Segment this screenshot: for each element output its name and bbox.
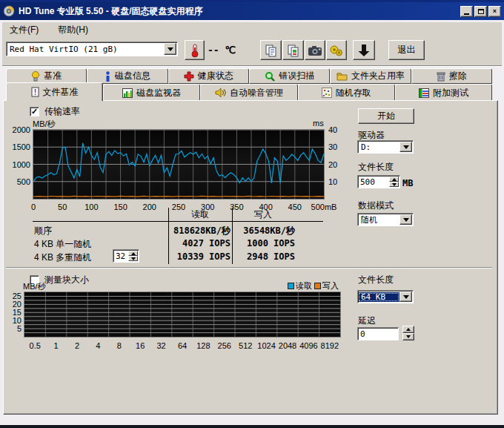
tab-row-1: 基准 磁盘信息 健康状态 错误扫描 文件夹占用率 擦除 [6,68,492,84]
chart2-y-unit: MB/秒 [23,281,46,292]
table-row-label-4k-multi: 4 KB 多重随机 [34,251,91,264]
chevron-down-icon[interactable] [399,292,412,302]
minimize-icon [464,13,469,15]
transfer-rate-checkbox[interactable]: ✓ 传输速率 [30,105,80,118]
maximize-button[interactable] [474,6,487,17]
table-row-label-sequential: 顺序 [34,225,52,237]
tab-disk-info[interactable]: 磁盘信息 [87,68,168,84]
file-length2-label: 文件长度 [358,274,394,286]
queue-depth-value: 32 [113,251,128,261]
exit-button-label: 退出 [398,44,416,56]
toolbar-divider [2,65,502,67]
data-pattern-dropdown[interactable]: 随机 [357,213,414,226]
table-header-underline [33,221,323,222]
checkbox-checked-icon: ✓ [30,107,39,116]
trash-icon [437,71,445,82]
tab-error-scan[interactable]: 错误扫描 [249,68,330,84]
maximize-icon [478,9,484,14]
tab-extra-tests[interactable]: 附加测试 [395,84,492,101]
tab-random-access[interactable]: 随机存取 [298,84,395,101]
4k-multi-write-value: 2948 IOPS [233,251,295,262]
block-file-length-value: 64 KB [358,292,399,302]
magnifier-icon [265,71,275,82]
4k-multi-read-value: 10339 IOPS [169,251,231,262]
spin-down-icon[interactable] [389,182,399,187]
tab-health[interactable]: 健康状态 [168,68,249,84]
file-length-spinner[interactable]: 500 [357,175,400,188]
hdtune-window: HD Tune 专业版 5.50 - 硬盘/固态硬盘实用程序 × 文件(F) 帮… [0,0,504,428]
legend-write: 写入 [314,280,339,292]
chevron-down-icon[interactable] [399,142,412,152]
copy-text-button[interactable] [260,40,282,60]
block-size-chart: 0.51248163264128256512102420484096819251… [24,292,341,338]
transfer-rate-chart: 050100150200250300350400450500mB50010001… [33,129,325,200]
exit-button[interactable]: 退出 [388,40,425,60]
read-legend-swatch [288,283,294,289]
delay-value: 0 [358,329,398,339]
tab-aam[interactable]: 自动噪音管理 [200,84,297,101]
tab-benchmark[interactable]: 基准 [6,68,87,84]
sequential-read-value: 818628KB/秒 [169,225,231,237]
menu-file[interactable]: 文件(F) [7,23,42,37]
close-button[interactable]: × [488,6,501,17]
write-legend-swatch [314,283,321,289]
copy-image-icon [287,44,300,57]
temperature-button[interactable] [185,40,205,60]
minimize-button[interactable] [460,6,473,17]
spin-up-icon[interactable] [402,326,414,333]
chevron-down-icon[interactable] [399,214,412,225]
extra-tests-icon [419,88,429,98]
tab-folder-usage[interactable]: 文件夹占用率 [330,68,411,84]
drive-dropdown[interactable]: D: [357,140,414,154]
table-row-label-4k-single: 4 KB 单一随机 [34,238,91,251]
4k-single-read-value: 4027 IOPS [169,238,231,248]
tab-erase[interactable]: 擦除 [411,68,492,84]
sequential-write-value: 36548KB/秒 [233,225,295,237]
tab-file-benchmark[interactable]: ! 文件基准 [6,82,103,101]
health-cross-icon [184,71,194,82]
chart1-y-unit: MB/秒 [33,119,56,130]
app-icon [3,5,15,17]
info-icon [105,71,111,82]
delay-field[interactable]: 0 [357,327,399,340]
svg-text:!: ! [33,88,36,96]
legend-read: 读取 [288,280,312,292]
spin-down-icon[interactable] [128,256,138,261]
chart1-y2-unit: ms [313,119,324,128]
menu-bar: 文件(F) 帮助(H) [2,22,502,37]
spin-down-icon[interactable] [402,333,414,340]
screenshot-button[interactable] [305,40,325,60]
drive-select[interactable]: Red Hat VirtIO (21 gB) [6,42,178,56]
file-length-label: 文件长度 [358,161,394,174]
file-benchmark-icon: ! [31,87,39,97]
4k-single-write-value: 1000 IOPS [233,238,295,248]
block-size-label: 测量块大小 [44,274,89,286]
file-length-unit: MB [402,178,413,188]
down-arrow-icon [357,43,371,58]
delay-spinner-buttons [402,326,414,340]
delay-label: 延迟 [358,315,376,327]
menu-help[interactable]: 帮助(H) [55,23,91,37]
start-button[interactable]: 开始 [358,108,414,124]
title-bar: HD Tune 专业版 5.50 - 硬盘/固态硬盘实用程序 × [0,2,504,20]
block-file-length-dropdown[interactable]: 64 KB [357,290,414,303]
copy-text-icon [265,44,278,57]
drive-select-value: Red Hat VirtIO (21 gB) [7,45,164,54]
file-length-value: 500 [358,177,389,187]
spin-up-icon[interactable] [128,251,138,256]
options-button[interactable] [326,40,347,60]
data-pattern-value: 随机 [358,214,399,225]
temperature-value: -- ℃ [208,45,236,56]
queue-depth-spinner[interactable]: 32 [113,249,139,263]
random-dots-icon [322,88,332,98]
chevron-down-icon[interactable] [164,43,176,55]
thermometer-icon [188,43,202,58]
tab-disk-monitor[interactable]: 磁盘监视器 [103,84,200,101]
spin-up-icon[interactable] [389,177,399,182]
section-divider [6,267,492,269]
save-results-button[interactable] [353,40,375,60]
copy-image-button[interactable] [282,40,304,60]
window-title: HD Tune 专业版 5.50 - 硬盘/固态硬盘实用程序 [19,5,202,18]
camera-icon [308,45,322,56]
lightbulb-icon [31,71,40,82]
